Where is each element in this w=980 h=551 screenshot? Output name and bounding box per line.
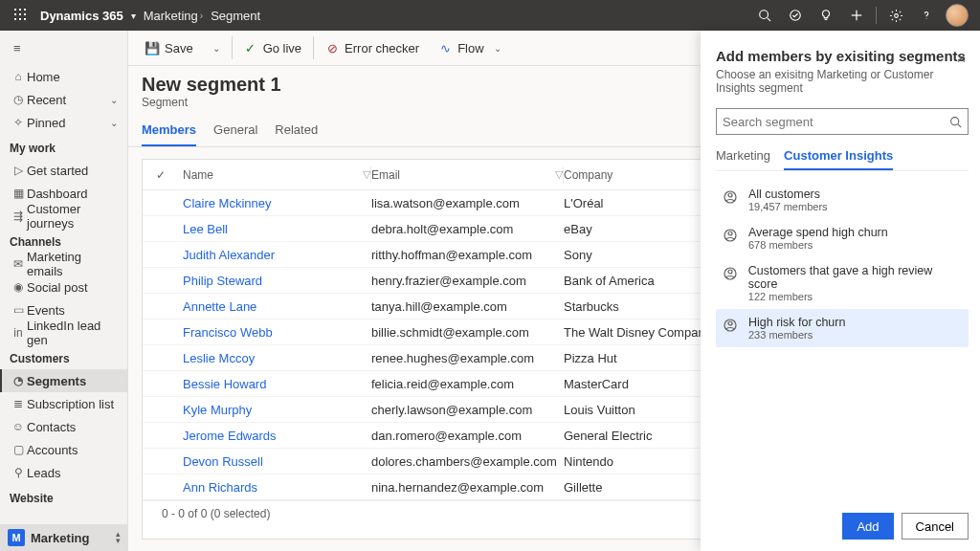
chevron-down-icon: ⌄ — [110, 118, 118, 128]
sidebar-item-accounts[interactable]: ▢Accounts — [0, 438, 127, 461]
search-segment-field[interactable] — [716, 108, 969, 135]
segment-title: Customers that gave a high review score — [748, 264, 963, 291]
segment-icon — [722, 227, 739, 244]
row-name[interactable]: Jerome Edwards — [183, 429, 277, 443]
row-name[interactable]: Lee Bell — [183, 222, 228, 236]
row-name[interactable]: Claire Mckinney — [183, 196, 271, 210]
lightbulb-icon[interactable] — [811, 0, 841, 31]
segment-icon — [722, 188, 739, 206]
breadcrumb-area[interactable]: Marketing — [144, 9, 198, 23]
svg-point-14 — [894, 13, 898, 17]
linkedin-icon: in — [10, 326, 27, 340]
segment-title: High risk for churn — [748, 316, 845, 329]
close-icon[interactable]: ✕ — [956, 52, 967, 66]
task-icon[interactable] — [780, 0, 811, 31]
sidebar-item-home[interactable]: ⌂Home — [0, 65, 127, 88]
segment-item[interactable]: Average spend high churn678 members — [716, 219, 969, 257]
search-input[interactable] — [723, 115, 949, 129]
panel-tab-customerinsights[interactable]: Customer Insights — [784, 148, 893, 170]
checkmark-icon[interactable]: ✓ — [156, 168, 166, 182]
app-launcher-icon[interactable] — [8, 9, 34, 22]
sidebar-collapse-icon[interactable]: ≡ — [0, 31, 127, 65]
flow-button[interactable]: ∿Flow⌄ — [431, 34, 508, 61]
dashboard-icon: ▦ — [10, 187, 27, 200]
row-email: dan.romero@example.com — [371, 429, 563, 443]
add-icon[interactable] — [841, 0, 872, 31]
row-name[interactable]: Bessie Howard — [183, 377, 266, 391]
svg-line-10 — [768, 18, 771, 22]
sidebar-item-leads[interactable]: ⚲Leads — [0, 461, 127, 484]
row-name[interactable]: Philip Steward — [183, 274, 262, 288]
svg-rect-7 — [19, 18, 21, 20]
row-name[interactable]: Kyle Murphy — [183, 403, 252, 417]
row-email: cherly.lawson@example.com — [371, 403, 563, 417]
filter-icon[interactable]: ▽ — [363, 168, 370, 181]
segment-item[interactable]: Customers that gave a high review score1… — [716, 257, 969, 309]
sidebar: ≡ ⌂Home ◷Recent⌄ ✧Pinned⌄ My work ▷Get s… — [0, 31, 128, 551]
sidebar-item-linkedin[interactable]: inLinkedIn lead gen — [0, 321, 127, 344]
row-email: lisa.watson@example.com — [371, 196, 563, 210]
error-icon: ⊘ — [325, 41, 339, 55]
row-email: henry.frazier@example.com — [371, 274, 563, 288]
row-name[interactable]: Judith Alexander — [183, 248, 275, 262]
sidebar-item-recent[interactable]: ◷Recent⌄ — [0, 88, 127, 111]
segment-item[interactable]: High risk for churn233 members — [716, 309, 969, 347]
col-email[interactable]: Email — [371, 168, 400, 182]
svg-rect-4 — [19, 13, 21, 15]
sidebar-item-getstarted[interactable]: ▷Get started — [0, 159, 127, 182]
col-company[interactable]: Company — [564, 168, 612, 182]
sidebar-area-switcher[interactable]: M Marketing ▴▾ — [0, 524, 128, 551]
home-icon: ⌂ — [10, 70, 27, 83]
tab-general[interactable]: General — [213, 122, 257, 146]
panel-description: Choose an exisitng Marketing or Customer… — [716, 68, 969, 95]
search-icon — [949, 116, 962, 128]
global-topbar: Dynamics 365 ▾ Marketing › Segment — [0, 0, 980, 31]
tab-related[interactable]: Related — [275, 122, 318, 146]
sidebar-item-segments[interactable]: ◔Segments — [0, 369, 127, 392]
tab-members[interactable]: Members — [142, 122, 196, 146]
segment-icon — [722, 317, 739, 334]
svg-point-20 — [728, 231, 732, 235]
row-email: debra.holt@example.com — [371, 222, 563, 236]
sidebar-item-social[interactable]: ◉Social post — [0, 276, 127, 298]
add-button[interactable]: Add — [842, 513, 893, 540]
chevron-down-icon[interactable]: ▾ — [129, 11, 144, 21]
save-dropdown[interactable]: ⌄ — [205, 34, 228, 61]
save-button[interactable]: 💾Save — [138, 34, 201, 61]
row-name[interactable]: Leslie Mccoy — [183, 351, 255, 365]
row-name[interactable]: Francisco Webb — [183, 325, 273, 340]
sidebar-item-journeys[interactable]: ⇶Customer journeys — [0, 205, 127, 228]
row-name[interactable]: Devon Russell — [183, 454, 263, 469]
save-icon: 💾 — [145, 41, 159, 55]
svg-point-24 — [728, 321, 732, 325]
journey-icon: ⇶ — [10, 209, 27, 223]
svg-point-22 — [728, 270, 732, 274]
gear-icon[interactable] — [880, 0, 911, 31]
sidebar-section-website: Website — [0, 484, 127, 509]
row-email: tanya.hill@example.com — [371, 299, 563, 314]
product-name[interactable]: Dynamics 365 — [34, 9, 129, 23]
sidebar-item-contacts[interactable]: ☺Contacts — [0, 415, 127, 438]
sidebar-item-emails[interactable]: ✉Marketing emails — [0, 253, 127, 276]
breadcrumb-separator: › — [198, 11, 211, 21]
help-icon[interactable] — [911, 0, 942, 31]
sidebar-item-subscription[interactable]: ≣Subscription list — [0, 392, 127, 415]
account-icon: ▢ — [10, 443, 27, 456]
col-name[interactable]: Name — [183, 168, 213, 182]
breadcrumb-entity[interactable]: Segment — [211, 9, 260, 23]
search-icon[interactable] — [749, 0, 780, 31]
sidebar-item-pinned[interactable]: ✧Pinned⌄ — [0, 111, 127, 134]
svg-line-16 — [958, 123, 961, 126]
leads-icon: ⚲ — [10, 466, 27, 479]
play-icon: ▷ — [10, 164, 27, 177]
segment-item[interactable]: All customers19,457 members — [716, 181, 969, 219]
row-name[interactable]: Annette Lane — [183, 299, 256, 314]
golive-button[interactable]: ✓Go live — [236, 34, 309, 61]
list-icon: ≣ — [10, 397, 27, 410]
panel-tab-marketing[interactable]: Marketing — [716, 148, 770, 170]
row-name[interactable]: Ann Richards — [183, 480, 257, 495]
errorchecker-button[interactable]: ⊘Error checker — [318, 34, 427, 61]
user-avatar[interactable] — [942, 0, 972, 31]
filter-icon[interactable]: ▽ — [555, 168, 563, 181]
cancel-button[interactable]: Cancel — [902, 513, 969, 540]
